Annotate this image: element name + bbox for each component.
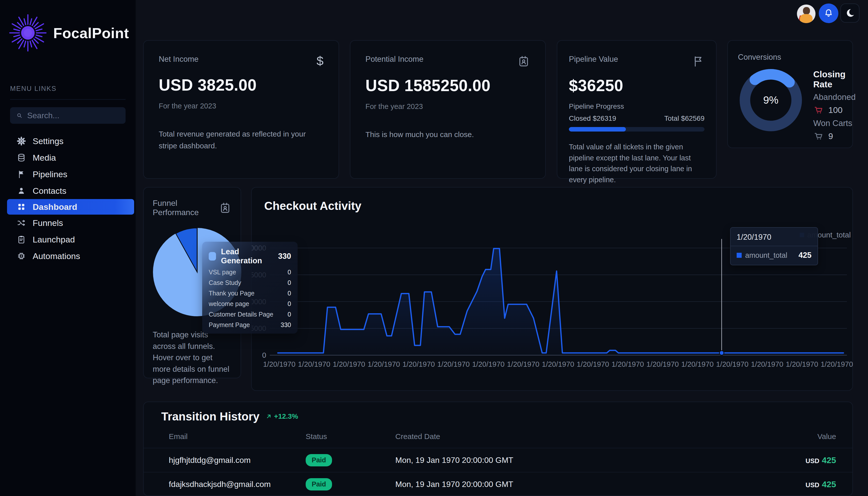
won-cart-icon [813,130,824,142]
sidebar-item-automations[interactable]: Automations [0,248,136,264]
table-row[interactable]: hjgfhjtdtdg@gmail.comPaidMon, 19 Jan 197… [144,448,852,472]
svg-text:1/20/1970: 1/20/1970 [646,360,679,368]
brand-logo-icon [9,14,47,52]
chart-tooltip-value: 425 [798,251,811,260]
database-icon [17,153,26,162]
funnel-tooltip-row: Customer Details Page0 [209,311,291,318]
sidebar-item-dashboard[interactable]: Dashboard [7,199,134,215]
won-carts-label: Won Carts [813,119,856,128]
search-input[interactable] [27,111,120,120]
row-status: Paid [306,454,395,466]
main-content: Net Income $ USD 3825.00 For the year 20… [136,0,868,496]
pipeline-title: Pipeline Value [569,55,618,64]
svg-text:1/20/1970: 1/20/1970 [472,360,505,368]
brand: FocalPoint [0,0,136,52]
svg-text:1/20/1970: 1/20/1970 [263,360,295,368]
sidebar-menu: SettingsMediaPipelinesContactsDashboardF… [0,133,136,264]
potential-income-title: Potential Income [365,55,424,64]
pipeline-total-label: Total $62569 [664,114,704,123]
shuffle-icon [17,218,26,228]
pipeline-progress-title: Pipeline Progress [569,103,704,110]
sidebar-item-launchpad[interactable]: Launchpad [0,231,136,248]
conversions-card: Conversions 9% Closing Rate Abandoned 10… [727,40,853,148]
svg-text:1/20/1970: 1/20/1970 [402,360,435,368]
sidebar-item-label: Contacts [33,186,66,196]
svg-text:1/20/1970: 1/20/1970 [821,360,853,368]
net-income-description: Total revenue generated as reflected in … [159,128,309,152]
sidebar-item-pipelines[interactable]: Pipelines [0,166,136,183]
svg-text:1/20/1970: 1/20/1970 [786,360,818,368]
sidebar-item-contacts[interactable]: Contacts [0,183,136,199]
row-value: USD425 [786,455,836,465]
funnel-tooltip-swatch [209,252,216,261]
won-carts-value: 9 [828,131,833,141]
sidebar-item-funnels[interactable]: Funnels [0,215,136,231]
sidebar-item-label: Funnels [33,218,63,228]
sidebar-item-settings[interactable]: Settings [0,133,136,149]
trend-badge: +12.3% [265,413,298,420]
svg-text:1/20/1970: 1/20/1970 [751,360,783,368]
svg-text:1/20/1970: 1/20/1970 [716,360,748,368]
closing-rate-label: Closing Rate [813,69,856,89]
contact-card-icon [517,55,530,68]
svg-text:1/20/1970: 1/20/1970 [681,360,714,368]
svg-text:1/20/1970: 1/20/1970 [507,360,539,368]
funnel-tooltip-row: Payment Page330 [209,321,291,329]
chart-tooltip-swatch [737,253,742,258]
row-email: hjgfhjtdtdg@gmail.com [169,455,306,465]
potential-income-value: USD 1585250.00 [365,76,530,95]
net-income-card: Net Income $ USD 3825.00 For the year 20… [143,40,339,179]
sidebar-item-label: Pipelines [33,169,67,179]
clipboard-icon [17,235,26,244]
sidebar-item-media[interactable]: Media [0,149,136,166]
svg-text:1/20/1970: 1/20/1970 [612,360,644,368]
pipeline-closed-label: Closed $26319 [569,114,616,123]
funnel-tooltip: Lead Generation 330 VSL page0Case Study0… [202,242,298,334]
svg-text:1/20/1970: 1/20/1970 [333,360,365,368]
gear-icon [17,136,26,146]
funnel-description: Total page visits across all funnels. Ho… [153,329,231,386]
net-income-value: USD 3825.00 [159,76,323,94]
trend-value: +12.3% [274,413,298,420]
row-created-date: Mon, 19 Jan 1970 20:00:00 GMT [395,480,786,489]
abandoned-cart-icon [813,105,824,115]
potential-income-description: This is how much you can close. [365,129,530,141]
table-header-created-date: Created Date [395,432,786,441]
arrow-up-right-icon [265,413,273,420]
search-icon [16,111,23,120]
sidebar-item-label: Media [33,153,56,162]
pipeline-value: $36250 [569,76,704,95]
pipeline-value-card: Pipeline Value $36250 Pipeline Progress … [557,40,717,179]
dollar-icon: $ [317,55,323,67]
line-chart[interactable]: 200001500010000500001/20/19701/20/19701/… [252,187,853,391]
sidebar-search[interactable] [10,107,125,124]
svg-text:1/20/1970: 1/20/1970 [298,360,330,368]
svg-text:1/20/1970: 1/20/1970 [437,360,470,368]
pipeline-description: Total value of all tickets in the given … [569,142,704,185]
sidebar-item-label: Settings [33,136,63,146]
checkout-activity-card: Checkout Activity amount_total 200001500… [251,187,853,391]
transition-history-card: Transition History +12.3% EmailStatusCre… [143,402,853,496]
table-row[interactable]: fdajksdhackjsdh@gmail.comPaidMon, 19 Jan… [144,472,852,496]
contact-card-icon [219,201,231,215]
funnel-tooltip-row: Thank you Page0 [209,290,291,297]
status-badge: Paid [306,454,332,466]
funnel-tooltip-title: Lead Generation [221,247,273,265]
svg-text:1/20/1970: 1/20/1970 [577,360,609,368]
sidebar: FocalPoint MENU LINKS SettingsMediaPipel… [0,0,136,496]
table-header-status: Status [306,432,395,441]
funnel-tooltip-row: welcome page0 [209,300,291,308]
conversions-percent: 9% [738,67,804,133]
potential-income-subtitle: For the year 2023 [365,103,530,111]
menu-links-label: MENU LINKS [10,85,125,100]
status-badge: Paid [306,478,332,491]
conversions-donut-chart: 9% [738,67,804,133]
sidebar-item-label: Launchpad [33,235,75,245]
flag-icon [691,55,704,68]
row-value: USD425 [786,479,836,489]
pipeline-progress-fill [569,127,626,131]
pipeline-progress-bar [569,127,704,131]
conversions-title: Conversions [738,53,842,62]
chart-tooltip-date: 1/20/1970 [731,228,818,246]
svg-text:0: 0 [262,351,266,359]
